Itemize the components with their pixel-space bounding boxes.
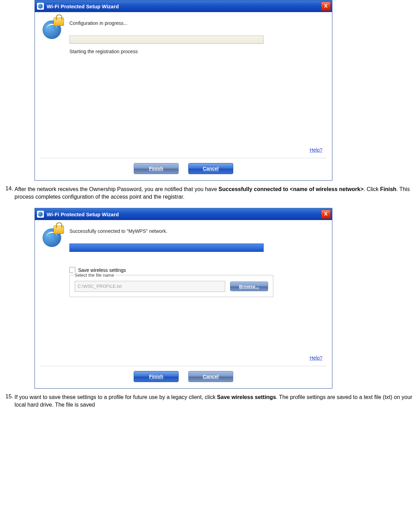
window-title: Wi-Fi Protected Setup Wizard [47,211,321,217]
save-settings-label: Save wireless settings [78,267,126,273]
step-15-text: If you want to save these settings to a … [15,393,414,408]
success-message: Successfully connected to "MyWPS" networ… [69,228,324,234]
cancel-button[interactable]: Cancel [188,163,233,174]
app-icon [37,211,44,218]
wps-wizard-dialog-progress: Wi-Fi Protected Setup Wizard X Configura… [35,0,332,181]
step-14-text: After the network receives the Ownership… [15,186,414,200]
finish-button[interactable]: Finish [134,371,179,382]
wps-lock-icon [42,18,63,39]
wps-lock-icon [42,226,63,247]
title-bar[interactable]: Wi-Fi Protected Setup Wizard X [35,208,332,220]
help-link[interactable]: Help? [310,147,322,153]
save-settings-checkbox[interactable] [69,267,75,273]
file-name-fieldset: Select the file name C:\WSC_PROFILE.txt … [69,275,273,297]
fieldset-legend: Select the file name [73,273,115,278]
progress-message: Configuration in progress... [69,20,324,26]
step-number-14: 14. [0,186,13,192]
title-bar[interactable]: Wi-Fi Protected Setup Wizard X [35,0,332,12]
close-icon[interactable]: X [321,210,331,219]
status-text: Starting the registration process [69,49,324,54]
progress-bar-complete [69,244,264,252]
app-icon [37,3,44,10]
file-path-input[interactable]: C:\WSC_PROFILE.txt [75,281,225,292]
wps-wizard-dialog-success: Wi-Fi Protected Setup Wizard X Successfu… [35,208,332,389]
help-link[interactable]: Help? [310,355,322,361]
close-icon[interactable]: X [321,2,331,11]
step-number-15: 15. [0,393,13,400]
progress-bar [69,36,264,44]
cancel-button[interactable]: Cancel [188,371,233,382]
finish-button[interactable]: Finish [134,163,179,174]
browse-button[interactable]: Browse... [230,282,268,291]
window-title: Wi-Fi Protected Setup Wizard [47,3,321,9]
